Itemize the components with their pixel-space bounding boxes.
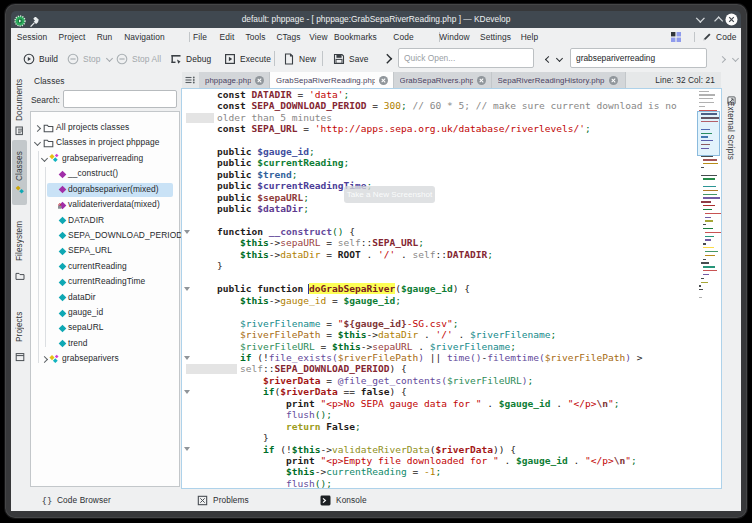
tree-item-__construct[interactable]: __construct() — [31, 167, 179, 181]
dock-tab-documents[interactable]: Documents — [12, 72, 27, 142]
fold-arrow-icon[interactable] — [184, 390, 190, 394]
tree-item-datadir[interactable]: dataDir — [31, 291, 179, 305]
collapse-arrow-icon[interactable] — [35, 140, 41, 146]
prev-item-button[interactable] — [544, 56, 550, 62]
tab-close-icon[interactable] — [255, 76, 264, 85]
tab-close-icon[interactable] — [609, 76, 618, 85]
screenshot-tooltip: Take a New Screenshot — [344, 186, 435, 203]
menu-file[interactable]: File — [193, 32, 207, 42]
tab-grabsepariverreading-php[interactable]: GrabSepaRiverReading.php — [270, 72, 394, 88]
dock-tab-projects[interactable]: Projects — [12, 300, 27, 362]
dock-tab-label: Projects — [12, 305, 27, 348]
menu-navigation[interactable]: Navigation — [124, 32, 165, 42]
code-token: = — [315, 341, 332, 352]
dock-tab-classes[interactable]: Classes — [12, 140, 27, 205]
tree-item-gauge_id[interactable]: gauge_id — [31, 306, 179, 320]
quickopen-search-input[interactable] — [570, 48, 707, 68]
tab-close-icon[interactable] — [477, 76, 486, 85]
statusbar-problems-button[interactable]: Problems — [197, 489, 249, 511]
toolbar-extension-icon[interactable] — [384, 54, 392, 62]
next-item-button[interactable] — [720, 56, 726, 62]
quick-open-input[interactable] — [398, 48, 534, 68]
minimap-line — [705, 255, 715, 256]
code-token: function — [217, 226, 263, 237]
expand-arrow-icon[interactable] — [42, 356, 48, 362]
toolbar-save-button[interactable]: Save — [333, 46, 369, 71]
code-token: $riverData — [435, 444, 492, 455]
expand-arrow-icon[interactable] — [35, 125, 41, 131]
minimize-button[interactable] — [697, 15, 705, 23]
fold-arrow-icon[interactable] — [184, 230, 190, 234]
minimap-viewport[interactable] — [697, 111, 720, 156]
toolbar-stop-all-button[interactable]: Stop All — [116, 46, 161, 71]
quickopen-dropdown-button[interactable] — [557, 56, 563, 62]
document-switcher-icon[interactable] — [184, 74, 196, 86]
tab-separiverreadinghistory-php[interactable]: SepaRiverReadingHistory.php — [492, 72, 626, 88]
toolbar-debug-button[interactable]: Debug — [170, 46, 211, 71]
statusbar-konsole-button[interactable]: Konsole — [320, 489, 367, 511]
tree-item-sepa_url[interactable]: SEPA_URL — [31, 244, 179, 258]
tree-item-grabsepariverreading[interactable]: grabsepariverreading — [31, 152, 179, 166]
code-token: ; — [453, 318, 459, 329]
tree-item-currentreadingtime[interactable]: currentReadingTime — [31, 275, 179, 289]
code-token: . — [499, 455, 516, 466]
menu-help[interactable]: Help — [521, 32, 539, 42]
toolbar-build-button[interactable]: Build — [23, 46, 58, 71]
menu-project[interactable]: Project — [59, 32, 86, 42]
code-token — [194, 157, 217, 168]
tree-item-grabseparivers[interactable]: grabseparivers — [31, 352, 179, 366]
toolbar-new-button[interactable]: New — [283, 46, 316, 71]
code-token: } — [194, 432, 269, 443]
menu-window[interactable]: Window — [439, 32, 469, 42]
new-file-icon — [283, 53, 295, 65]
tree-item-sepaurl[interactable]: sepaURL — [31, 321, 179, 335]
code-token: const — [217, 89, 246, 100]
code-token: ; — [355, 421, 361, 432]
titlebar[interactable]: default: phppage - [ phppage:GrabSepaRiv… — [11, 11, 741, 28]
fold-arrow-icon[interactable] — [184, 447, 190, 451]
minimap-line — [703, 247, 714, 248]
tree-item-allprojectsclasses[interactable]: All projects classes — [31, 121, 179, 135]
tree-item-dograbseparivermixed[interactable]: dograbsepariver(mixed) — [31, 183, 179, 197]
menu-bookmarks[interactable]: Bookmarks — [334, 32, 377, 42]
fold-arrow-icon[interactable] — [184, 356, 190, 360]
tab-grabseparivers-php[interactable]: GrabSepaRivers.php — [394, 72, 492, 88]
fold-arrow-icon[interactable] — [184, 287, 190, 291]
tree-item-trend[interactable]: trend — [31, 337, 179, 351]
collapse-arrow-icon[interactable] — [42, 156, 48, 162]
close-button[interactable] — [725, 13, 738, 26]
maximize-button[interactable] — [714, 15, 722, 23]
code-token: == — [338, 386, 361, 397]
minimap-line — [705, 213, 721, 214]
menu-code[interactable]: Code — [393, 32, 413, 42]
toolbar-stop-button[interactable]: Stop — [67, 46, 113, 71]
tab-close-icon[interactable] — [379, 76, 388, 85]
menu-session[interactable]: Session — [17, 32, 48, 42]
minimap-line — [703, 194, 717, 195]
tree-item-datadir[interactable]: DATADIR — [31, 214, 179, 228]
dock-tab-filesystem[interactable]: Filesystem — [12, 208, 27, 288]
dock-tab-external-scripts[interactable]: External Scripts — [726, 101, 735, 160]
right-dock-tabbar: External Scripts — [722, 72, 741, 489]
tab-phppage-php[interactable]: phppage.php — [199, 72, 270, 88]
working-set-button[interactable]: Code — [716, 32, 736, 42]
menu-edit[interactable]: Edit — [220, 32, 235, 42]
search-dropdown-button[interactable] — [733, 56, 739, 62]
tree-item-currentreading[interactable]: currentReading — [31, 260, 179, 274]
minimap-line — [699, 102, 714, 103]
menu-ctags[interactable]: CTags — [276, 32, 300, 42]
tree-item-validateriverdatamixed[interactable]: validateriverdata(mixed) — [31, 198, 179, 212]
editor-minimap[interactable] — [697, 89, 721, 488]
statusbar-code-browser-button[interactable]: {}Code Browser — [41, 489, 111, 511]
menu-settings[interactable]: Settings — [480, 32, 511, 42]
menu-view[interactable]: View — [309, 32, 327, 42]
filesystem-icon — [15, 271, 25, 281]
search-input[interactable] — [63, 90, 177, 108]
menu-tools[interactable]: Tools — [245, 32, 265, 42]
tree-item-classesinprojectphppage[interactable]: Classes in project phppage — [31, 136, 179, 150]
toolbar-execute-button[interactable]: Execute — [224, 46, 271, 71]
working-set-squares-icon[interactable] — [670, 31, 682, 43]
tree-item-sepa_download_period[interactable]: SEPA_DOWNLOAD_PERIOD — [31, 229, 179, 243]
menu-run[interactable]: Run — [97, 32, 113, 42]
code-token: '/' — [378, 249, 395, 260]
